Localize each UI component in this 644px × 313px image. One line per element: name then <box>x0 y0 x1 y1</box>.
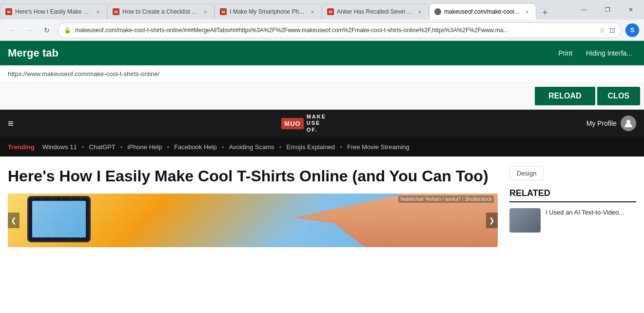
trending-item-free-movie[interactable]: Free Movie Streaming <box>347 143 410 151</box>
tab-3-close[interactable]: × <box>309 8 316 16</box>
extensions-icon[interactable]: ⊡ <box>609 26 615 34</box>
muo-logo-badge: MUO <box>281 118 303 129</box>
related-item-1: I Used an AI Text-to-Video... <box>509 208 636 233</box>
print-button[interactable]: Print <box>554 47 576 59</box>
trending-item-chatgpt[interactable]: ChatGPT <box>89 143 116 151</box>
trending-dot-1: ● <box>82 145 84 149</box>
forward-button[interactable]: → <box>22 23 36 37</box>
tab-2[interactable]: M How to Create a Checklist in... × <box>107 3 215 20</box>
extension-bar: Merge tab Print Hiding Interfa... <box>0 41 644 65</box>
trending-item-windows11[interactable]: Windows 11 <box>42 143 77 151</box>
tab-5-favicon <box>434 8 441 15</box>
profile-avatar-icon <box>621 116 636 131</box>
trending-items: Windows 11 ● ChatGPT ● iPhone Help ● Fac… <box>42 143 636 151</box>
displayed-url: https://www.makeuseof.com/make-cool-t-sh… <box>8 70 159 78</box>
site-navigation: ≡ MUO MAKE USE OF. My Profile <box>0 110 644 137</box>
lock-icon: 🔒 <box>64 27 71 34</box>
tab-3[interactable]: M I Make My Smartphone Pho... × <box>215 3 322 20</box>
tab-5-label: makeuseof.com/make-cool-t... <box>444 8 520 15</box>
maximize-button[interactable]: ❐ <box>596 2 619 18</box>
tab-4-close[interactable]: × <box>416 8 424 16</box>
tab-4-favicon: M <box>327 8 334 15</box>
related-label: RELATED <box>509 188 636 202</box>
trending-item-emojis[interactable]: Emojis Explained <box>286 143 335 151</box>
hamburger-menu-icon[interactable]: ≡ <box>8 118 14 129</box>
article-image-container: Velishchuk Yevhen / iamtui7 / Shuttersto… <box>8 194 498 247</box>
tab-5-close[interactable]: × <box>523 8 531 16</box>
trending-dot-4: ● <box>222 145 224 149</box>
reload-tabs-button[interactable]: RELOAD <box>535 87 595 105</box>
trending-dot-3: ● <box>167 145 169 149</box>
tab-4[interactable]: M Anker Has Recalled Several... × <box>322 3 429 20</box>
back-button[interactable]: ← <box>5 23 19 37</box>
article-main: Here's How I Easily Make Cool T-Shirts O… <box>8 166 498 247</box>
trending-dot-6: ● <box>340 145 342 149</box>
article-sidebar: Design RELATED I Used an AI Text-to-Vide… <box>509 166 636 247</box>
bookmark-icon[interactable]: ☆ <box>599 26 605 34</box>
trending-item-facebook-help[interactable]: Facebook Help <box>174 143 216 151</box>
trending-bar: Trending Windows 11 ● ChatGPT ● iPhone H… <box>0 137 644 156</box>
extension-actions: Print Hiding Interfa... <box>554 47 636 59</box>
image-prev-button[interactable]: ❮ <box>8 213 20 228</box>
hiding-interface-button[interactable]: Hiding Interfa... <box>582 47 636 59</box>
url-display: https://www.makeuseof.com/make-cool-t-sh… <box>0 65 644 83</box>
article-tag[interactable]: Design <box>509 166 544 180</box>
close-tabs-button[interactable]: CLOS <box>597 87 640 105</box>
extension-title: Merge tab <box>8 47 554 59</box>
article-title: Here's How I Easily Make Cool T-Shirts O… <box>8 166 498 186</box>
svg-point-0 <box>626 120 630 124</box>
tab-3-label: I Make My Smartphone Pho... <box>230 8 306 15</box>
url-text: makeuseof.com/make-cool-t-shirts-online/… <box>75 27 595 34</box>
trending-item-iphone-help[interactable]: iPhone Help <box>128 143 162 151</box>
my-profile-button[interactable]: My Profile <box>586 116 636 131</box>
trending-label: Trending <box>8 143 35 151</box>
site-logo[interactable]: MUO MAKE USE OF. <box>21 114 586 133</box>
tab-2-close[interactable]: × <box>201 8 209 16</box>
tab-2-label: How to Create a Checklist in... <box>122 8 198 15</box>
url-bar[interactable]: 🔒 makeuseof.com/make-cool-t-shirts-onlin… <box>58 22 622 38</box>
related-thumb-1 <box>509 208 541 233</box>
tab-1-label: Here's How I Easily Make Co... <box>15 8 91 15</box>
related-text-1[interactable]: I Used an AI Text-to-Video... <box>546 208 624 217</box>
browser-chrome: M Here's How I Easily Make Co... × M How… <box>0 0 644 41</box>
logo-text: MAKE USE OF. <box>307 114 326 133</box>
tab-2-favicon: M <box>113 8 119 15</box>
profile-button[interactable]: S <box>625 23 639 37</box>
trending-item-avoiding-scams[interactable]: Avoiding Scams <box>229 143 274 151</box>
tab-5[interactable]: makeuseof.com/make-cool-t... × <box>429 3 536 20</box>
close-window-button[interactable]: ✕ <box>620 2 642 18</box>
window-controls: — ❐ ✕ <box>573 2 644 18</box>
tab-3-favicon: M <box>220 8 227 15</box>
trending-dot-2: ● <box>120 145 123 149</box>
image-next-button[interactable]: ❯ <box>486 213 498 228</box>
tab-4-label: Anker Has Recalled Several... <box>337 8 413 15</box>
new-tab-button[interactable]: + <box>538 6 552 20</box>
action-bar: RELOAD CLOS <box>0 83 644 110</box>
tab-1-close[interactable]: × <box>94 8 102 16</box>
tab-1[interactable]: M Here's How I Easily Make Co... × <box>0 3 107 20</box>
tab-1-favicon: M <box>5 8 12 15</box>
reload-button[interactable]: ↻ <box>40 23 54 37</box>
my-profile-label: My Profile <box>586 119 617 127</box>
article-area: Here's How I Easily Make Cool T-Shirts O… <box>0 156 644 257</box>
address-bar: ← → ↻ 🔒 makeuseof.com/make-cool-t-shirts… <box>0 20 644 41</box>
tab-bar: M Here's How I Easily Make Co... × M How… <box>0 0 644 20</box>
article-hero-image: Velishchuk Yevhen / iamtui7 / Shuttersto… <box>8 194 498 247</box>
image-caption: Velishchuk Yevhen / iamtui7 / Shuttersto… <box>398 196 494 203</box>
minimize-button[interactable]: — <box>573 2 595 18</box>
trending-dot-5: ● <box>279 145 282 149</box>
